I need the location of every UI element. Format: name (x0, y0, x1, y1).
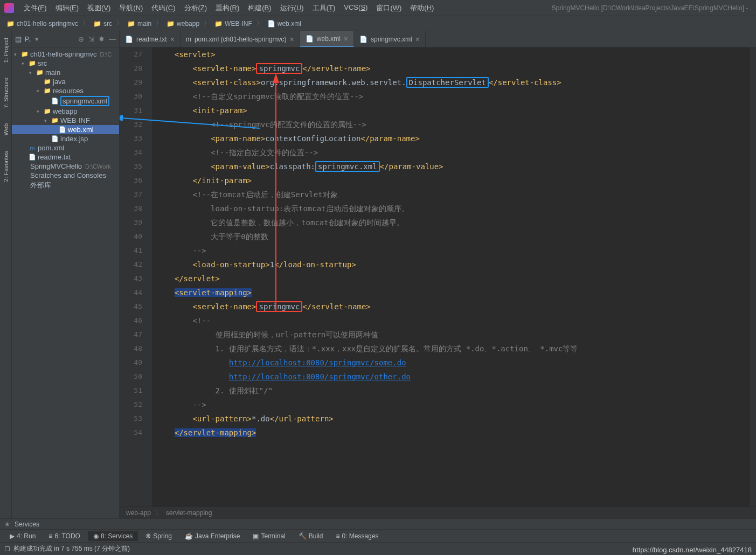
breadcrumb-item[interactable]: 📁ch01-hello-springmvc (4, 19, 80, 29)
menu-item[interactable]: 文件(F) (20, 2, 50, 14)
code-line[interactable]: http://localhost:8080/springmvc/some.do (156, 356, 750, 370)
left-gutter-tab[interactable]: 1: Project (2, 36, 10, 65)
editor-breadcrumb: web-app〉servlet-mapping (120, 507, 756, 518)
hide-icon[interactable]: — (109, 35, 116, 43)
breadcrumb-item[interactable]: 📁src (91, 19, 114, 29)
code-line[interactable]: <servlet-mapping> (156, 286, 750, 300)
file-icon: m (186, 36, 191, 43)
menu-item[interactable]: 帮助(H) (407, 2, 437, 14)
editor-tab[interactable]: 📄readme.txt× (120, 31, 181, 47)
code-line[interactable]: <servlet-name>springmvc</servlet-name> (156, 300, 750, 314)
code-line[interactable]: 2. 使用斜杠"/" (156, 384, 750, 398)
menu-item[interactable]: VCS(S) (341, 2, 371, 14)
tree-node[interactable]: ▾📁resources (12, 86, 119, 95)
star-icon[interactable]: ★ (4, 521, 10, 528)
tree-node[interactable]: ▾📁ch01-hello-springmvcD:\C (12, 50, 119, 59)
tree-node[interactable]: ▾📁main (12, 68, 119, 77)
code-line[interactable]: <init-param> (156, 103, 750, 117)
code-line[interactable]: <!--自定义springmvc读取的配置文件的位置--> (156, 89, 750, 103)
navigation-breadcrumb: 📁ch01-hello-springmvc〉📁src〉📁main〉📁webapp… (0, 16, 756, 31)
breadcrumb-item[interactable]: 📁webapp (164, 19, 202, 29)
code-line[interactable]: http://localhost:8080/springmvc/other.do (156, 370, 750, 384)
menu-item[interactable]: 分析(Z) (181, 2, 211, 14)
editor-tab[interactable]: 📄web.xml× (300, 31, 354, 47)
breadcrumb-item[interactable]: 📁main (125, 19, 154, 29)
code-line[interactable]: <!-- (156, 314, 750, 328)
bottom-tab[interactable]: 🔨Build (293, 531, 329, 541)
project-tree[interactable]: ▾📁ch01-hello-springmvcD:\C▾📁src▾📁main📁ja… (12, 47, 119, 518)
settings-icon[interactable]: ✸ (99, 35, 105, 43)
menu-item[interactable]: 工具(T) (309, 2, 339, 14)
bottom-tab[interactable]: ◉8: Services (88, 531, 138, 541)
menu-item[interactable]: 编辑(E) (52, 2, 82, 14)
code-line[interactable]: <param-value>classpath:springmvc.xml</pa… (156, 159, 750, 174)
code-line[interactable]: <servlet-name>springmvc</servlet-name> (156, 61, 750, 75)
tree-node[interactable]: 📄web.xml (12, 125, 119, 134)
tree-node[interactable]: ▾📁src (12, 59, 119, 68)
tree-node[interactable]: mpom.xml (12, 143, 119, 152)
code-line[interactable]: <!--在tomcat启动后，创建Servlet对象 (156, 188, 750, 202)
tree-node[interactable]: ▾📁webapp (12, 107, 119, 116)
close-icon[interactable]: × (344, 34, 348, 43)
code-area[interactable]: <servlet> <servlet-name>springmvc</servl… (152, 47, 750, 507)
editor-breadcrumb-item[interactable]: web-app (126, 509, 151, 517)
bottom-tab[interactable]: ❋Spring (140, 531, 177, 541)
code-line[interactable]: --> (156, 244, 750, 258)
breadcrumb-item[interactable]: 📁WEB-INF (212, 19, 254, 29)
code-line[interactable]: <!--springmvc的配置文件的位置的属性--> (156, 117, 750, 131)
breadcrumb-item[interactable]: 📄web.xml (265, 19, 303, 29)
close-icon[interactable]: × (290, 35, 294, 44)
code-line[interactable]: </servlet> (156, 272, 750, 286)
locate-icon[interactable]: ⊕ (78, 35, 84, 43)
tree-node[interactable]: 外部库 (12, 180, 119, 191)
tree-node[interactable]: ▾📁WEB-INF (12, 116, 119, 125)
close-icon[interactable]: × (170, 35, 175, 44)
editor-breadcrumb-item[interactable]: servlet-mapping (166, 509, 212, 517)
bottom-tab[interactable]: ≡0: Messages (330, 531, 384, 541)
editor-tab[interactable]: mpom.xml (ch01-hello-springmvc)× (181, 31, 300, 47)
build-status-text: 构建成功完成 in 7 s 755 ms (7 分钟之前) (13, 544, 130, 553)
code-line[interactable]: 1. 使用扩展名方式，语法：*.xxx，xxx是自定义的扩展名。常用的方式 *.… (156, 342, 750, 356)
close-icon[interactable]: × (415, 35, 420, 44)
bottom-tab[interactable]: ☕Java Enterprise (179, 531, 245, 541)
tree-node[interactable]: 📄springmvc.xml (12, 95, 119, 107)
left-gutter-tab[interactable]: Web (2, 121, 10, 137)
tree-node[interactable]: 📄readme.txt (12, 152, 119, 162)
menu-item[interactable]: 重构(R) (212, 2, 242, 14)
bottom-tab[interactable]: ▶4: Run (4, 531, 41, 541)
menu-item[interactable]: 代码(C) (148, 2, 178, 14)
code-line[interactable]: <load-on-startup>1</load-on-startup> (156, 258, 750, 272)
tree-node[interactable]: Scratches and Consoles (12, 171, 119, 180)
bottom-tab[interactable]: ≡6: TODO (43, 531, 86, 541)
code-line[interactable]: 使用框架的时候，url-pattern可以使用两种值 (156, 328, 750, 342)
code-line[interactable]: <servlet-class>org.springframework.web.s… (156, 75, 750, 89)
code-line[interactable]: 它的值是整数，数值越小，tomcat创建对象的时间越早。 (156, 216, 750, 230)
code-line[interactable]: load-on-startup:表示tomcat启动后创建对象的顺序。 (156, 202, 750, 216)
editor-content[interactable]: 2728293031323334353637383940414243444546… (120, 47, 756, 507)
code-line[interactable]: <url-pattern>*.do</url-pattern> (156, 412, 750, 426)
menu-item[interactable]: 运行(U) (277, 2, 307, 14)
left-gutter-tab[interactable]: 7: Structure (2, 75, 10, 110)
code-line[interactable]: </servlet-mapping> (156, 426, 750, 440)
code-line[interactable]: 大于等于0的整数 (156, 230, 750, 244)
collapse-icon[interactable]: ⇲ (88, 35, 94, 43)
tree-node[interactable]: SpringMVCHelloD:\CWork (12, 162, 119, 171)
menu-item[interactable]: 导航(N) (116, 2, 146, 14)
services-label[interactable]: Services (15, 521, 39, 528)
code-line[interactable]: <servlet> (156, 47, 750, 61)
menu-item[interactable]: 窗口(W) (373, 2, 405, 14)
code-line[interactable]: <!--指定自定义文件的位置--> (156, 145, 750, 159)
tree-node[interactable]: 📁java (12, 77, 119, 86)
project-panel-header: ▤ P.. ▾ ⊕ ⇲ ✸ — (12, 31, 119, 47)
code-line[interactable]: <param-name>contextConfigLocation</param… (156, 131, 750, 145)
tree-node[interactable]: 📄index.jsp (12, 134, 119, 143)
project-panel-title[interactable]: P.. (25, 36, 32, 43)
bottom-tab[interactable]: ▣Terminal (247, 531, 290, 541)
code-line[interactable]: </init-param> (156, 174, 750, 188)
left-gutter-tab[interactable]: 2: Favorites (2, 149, 10, 184)
menu-item[interactable]: 构建(B) (245, 2, 274, 14)
editor-tab[interactable]: 📄springmvc.xml× (354, 31, 426, 47)
tab-icon: ☕ (185, 532, 193, 540)
menu-item[interactable]: 视图(V) (84, 2, 114, 14)
code-line[interactable]: --> (156, 398, 750, 412)
